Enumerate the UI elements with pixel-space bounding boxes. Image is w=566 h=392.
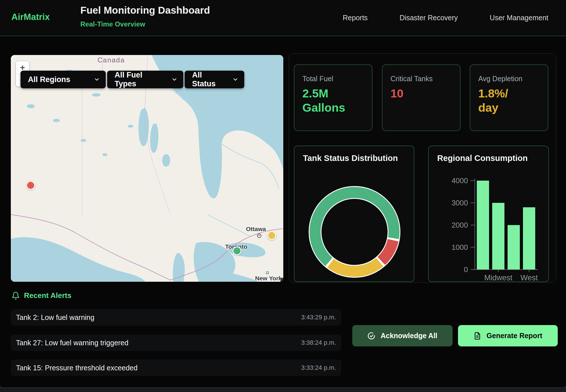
status-filter-value: All Status [192,71,227,88]
fuel-type-filter-value: All Fuel Types [115,71,166,88]
generate-report-label: Generate Report [486,332,542,340]
chevron-down-icon [232,76,239,83]
town-marker-icon [266,271,269,274]
alert-message: Tank 15: Pressure threshold exceeded [16,364,138,372]
map-label-new-york: New York [255,275,282,282]
regional-consumption-chart-card: Regional Consumption 01000200030004000Mi… [428,146,549,282]
alert-row[interactable]: Tank 27: Low fuel warning triggered 3:38… [11,334,341,351]
nav-reports[interactable]: Reports [343,14,368,22]
alert-time: 3:33:24 p.m. [301,364,336,371]
stat-card-avg-depletion: Avg Depletion 1.8%/day [470,64,548,131]
status-filter-dropdown[interactable]: All Status [185,71,244,88]
map-resize-handle-icon[interactable] [280,278,283,282]
acknowledge-all-button[interactable]: Acknowledge All [352,325,453,346]
regional-consumption-bar-chart: 01000200030004000MidwestWest [429,146,549,283]
chart-title: Tank Status Distribution [303,154,398,163]
stat-label: Avg Depletion [478,75,540,83]
svg-text:Midwest: Midwest [484,273,513,282]
alert-message: Tank 27: Low fuel warning triggered [16,339,129,347]
bell-icon [11,291,20,300]
svg-text:4000: 4000 [451,176,468,185]
svg-text:1000: 1000 [451,243,468,252]
chevron-down-icon [171,76,178,83]
map-label-ottawa: Ottawa [246,226,266,232]
alert-time: 3:43:29 p.m. [301,314,336,321]
page-title: Fuel Monitoring Dashboard [80,5,210,16]
stat-value: 2.5MGallons [302,86,364,115]
stat-label: Critical Tanks [390,75,452,83]
fuel-map[interactable]: Canada Ottawa Toronto New York + − All R… [11,55,283,282]
fuel-type-filter-dropdown[interactable]: All Fuel Types [107,71,183,88]
page-subtitle: Real-Time Overview [80,20,145,28]
svg-text:0: 0 [464,265,468,274]
svg-text:2000: 2000 [451,221,468,229]
stat-label: Total Fuel [302,75,364,83]
acknowledge-all-label: Acknowledge All [380,332,437,340]
tank-marker-warning[interactable] [267,231,276,240]
map-label-canada: Canada [88,56,134,64]
dashboard-root: AirMatrix Fuel Monitoring Dashboard Real… [0,0,566,388]
tank-marker-normal[interactable] [233,246,241,255]
stat-card-critical-tanks: Critical Tanks 10 [382,64,461,131]
metrics-panel: Total Fuel 2.5MGallons Critical Tanks 10… [289,53,556,283]
recent-alerts-header: Recent Alerts [11,291,72,300]
nav-user-management[interactable]: User Management [490,14,548,22]
recent-alerts-title: Recent Alerts [24,291,72,300]
generate-report-button[interactable]: Generate Report [458,325,558,346]
stat-card-total-fuel: Total Fuel 2.5MGallons [294,64,372,131]
region-filter-value: All Regions [28,75,70,84]
main-nav: Reports Disaster Recovery User Managemen… [343,0,548,36]
alert-row[interactable]: Tank 15: Pressure threshold exceeded 3:3… [11,360,341,376]
region-filter-dropdown[interactable]: All Regions [21,71,106,88]
tank-status-chart-card: Tank Status Distribution [294,146,414,282]
nav-disaster-recovery[interactable]: Disaster Recovery [400,14,458,22]
donut-hole [321,198,388,266]
alert-row[interactable]: Tank 2: Low fuel warning 3:43:29 p.m. [11,309,341,326]
document-icon [473,332,481,340]
alert-time: 3:38:24 p.m. [301,339,336,346]
tank-marker-critical[interactable] [26,181,35,190]
capital-marker-icon [257,234,261,238]
chevron-down-icon [94,76,100,83]
header: AirMatrix Fuel Monitoring Dashboard Real… [0,0,566,36]
brand-logo[interactable]: AirMatrix [11,12,50,22]
check-circle-icon [367,332,375,340]
svg-text:3000: 3000 [451,199,468,207]
stat-value: 10 [390,86,452,101]
tank-status-donut-chart [309,186,400,278]
svg-text:West: West [520,273,538,282]
alert-message: Tank 2: Low fuel warning [16,313,94,322]
stat-value: 1.8%/day [478,86,540,115]
map-filter-bar: All Regions All Fuel Types All Status [21,71,244,88]
window-bottom-edge [0,387,566,392]
